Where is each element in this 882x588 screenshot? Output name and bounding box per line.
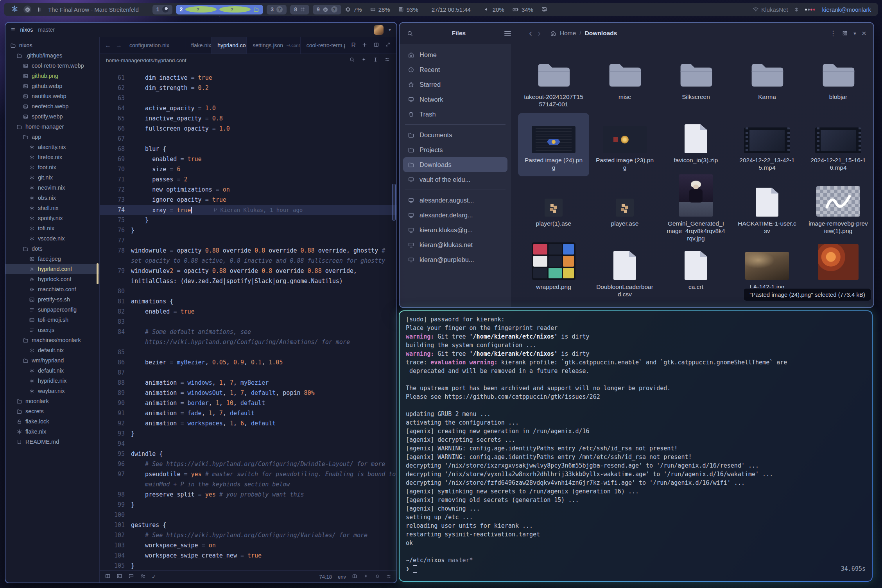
panel-scrollbar-thumb[interactable] [97, 263, 99, 284]
tree-item-neofetch.webp[interactable]: neofetch.webp [5, 101, 99, 111]
hamburger-menu-icon[interactable] [504, 30, 511, 37]
tree-item-foot.nix[interactable]: foot.nix [5, 162, 99, 172]
terminal-panel-icon[interactable] [117, 573, 122, 580]
file-item-blobjar[interactable]: blobjar [803, 50, 873, 113]
sidebar-item-alexander.defarg...[interactable]: alexander.defarg... [403, 208, 507, 222]
search-icon[interactable] [407, 30, 413, 37]
tree-item-shell.nix[interactable]: shell.nix [5, 203, 99, 213]
file-item-DoubloonLeaderboard.csv[interactable]: DoubloonLeaderboard.csv [589, 240, 660, 303]
tree-item-.github/images[interactable]: .github/images [5, 50, 99, 61]
tree-item-github.png[interactable]: github.png [5, 71, 99, 81]
sidebar-item-kieran.klukas@g...[interactable]: kieran.klukas@g... [403, 222, 507, 237]
workspace-1[interactable]: 1 [152, 5, 172, 14]
tree-item-cool-retro-term.webp[interactable]: cool-retro-term.webp [5, 61, 99, 71]
file-item-HACKATIME-1-user.csv[interactable]: HACKATIME-1-user.csv [731, 176, 803, 240]
expand-button[interactable] [385, 42, 391, 49]
app-menu-icon[interactable]: ≡ [11, 26, 15, 34]
screen-share-icon[interactable] [352, 574, 357, 580]
tree-item-spotify.nix[interactable]: spotify.nix [5, 213, 99, 223]
env-indicator[interactable]: env [338, 574, 346, 580]
file-item-2024-12-22_13-42-15.mp4[interactable]: 2024-12-22_13-42-15.mp4 [731, 113, 803, 176]
sidebar-item-Projects[interactable]: Projects [403, 142, 507, 157]
sidebar-item-Network[interactable]: Network [403, 92, 507, 107]
nav-forward-icon[interactable]: → [116, 42, 122, 49]
tree-item-hyprland.conf[interactable]: hyprland.conf [5, 264, 99, 274]
tree-item-secrets[interactable]: secrets [5, 406, 99, 416]
sidebar-item-Downloads[interactable]: Downloads [403, 157, 507, 172]
file-item-Karma[interactable]: Karma [731, 50, 803, 113]
tree-item-sunpaperconfig[interactable]: sunpaperconfig [5, 305, 99, 315]
tree-item-github.webp[interactable]: github.webp [5, 81, 99, 91]
avatar[interactable] [374, 25, 384, 35]
tree-item-macchiato.conf[interactable]: macchiato.conf [5, 284, 99, 294]
code-editor[interactable]: 61 dim_inactive = true62 dim_strength = … [100, 66, 396, 570]
diagnostics-check-icon[interactable]: ✓ [152, 574, 156, 580]
file-item-misc[interactable]: misc [589, 50, 660, 113]
tree-item-dots[interactable]: dots [5, 244, 99, 254]
back-icon[interactable]: ‹ [529, 29, 532, 38]
assistant-sparkle-button[interactable] [361, 57, 367, 64]
wifi-indicator[interactable]: KlukasNet [753, 6, 788, 13]
bluetooth-icon[interactable] [794, 7, 800, 13]
tab-flake.nix[interactable]: flake.nix [185, 37, 212, 54]
tree-item-tofi-emoji.sh[interactable]: tofi-emoji.sh [5, 315, 99, 325]
file-item-player.ase[interactable]: player.ase [589, 176, 660, 240]
tree-item-README.md[interactable]: README.md [5, 437, 99, 447]
sidebar-item-vault of the eldu...[interactable]: vault of the eldu... [403, 172, 507, 187]
chevron-down-icon[interactable]: ▾ [389, 27, 391, 32]
project-name[interactable]: nixos [20, 27, 33, 33]
clock[interactable]: 27/12 00:51:44 [432, 6, 471, 13]
tree-item-alacritty.nix[interactable]: alacritty.nix [5, 142, 99, 152]
now-playing-title[interactable]: The Final Arrow - Marc Streitenfeld [48, 6, 139, 13]
tree-item-home-manager[interactable]: home-manager [5, 122, 99, 132]
sidebar-item-Recent[interactable]: Recent [403, 62, 507, 77]
tab-hyprland.conf[interactable]: hyprland.conf [212, 37, 247, 54]
volume-indicator[interactable]: 20% [484, 6, 504, 13]
view-dropdown-icon[interactable]: ▾ [853, 30, 856, 36]
sidebar-item-kieran@purplebu...[interactable]: kieran@purplebu... [403, 252, 507, 267]
tree-item-vscode.nix[interactable]: vscode.nix [5, 233, 99, 244]
tree-item-face.jpeg[interactable]: face.jpeg [5, 254, 99, 264]
cursor-position[interactable]: 74:18 [319, 574, 332, 580]
tree-item-app[interactable]: app [5, 132, 99, 142]
breadcrumb[interactable]: home-manager/dots/hyprland.conf [106, 57, 186, 63]
file-item-Pasted image (23).png[interactable]: Pasted image (23).png [589, 113, 660, 176]
sidebar-item-kieran@klukas.net[interactable]: kieran@klukas.net [403, 237, 507, 252]
tab-cool-retro-term.png[interactable]: cool-retro-term.png [301, 37, 346, 54]
tree-item-neovim.nix[interactable]: neovim.nix [5, 183, 99, 193]
file-item-Silkscreen[interactable]: Silkscreen [660, 50, 731, 113]
workspace-8[interactable]: 8 [290, 5, 309, 14]
idle-inhibitor-icon[interactable] [541, 6, 547, 13]
collab-panel-icon[interactable] [140, 573, 146, 580]
tree-item-firefox.nix[interactable]: firefox.nix [5, 152, 99, 162]
settings-icon[interactable] [386, 574, 391, 580]
tree-item-moonlark[interactable]: moonlark [5, 396, 99, 406]
tree-item-default.nix[interactable]: default.nix [5, 366, 99, 376]
tree-item-spotify.webp[interactable]: spotify.webp [5, 111, 99, 122]
sidebar-item-alesander.august...[interactable]: alesander.august... [403, 193, 507, 208]
file-item-ca.crt[interactable]: ca.crt [660, 240, 731, 303]
tree-item-machines/moonlark[interactable]: machines/moonlark [5, 335, 99, 345]
tree-item-hypridle.nix[interactable]: hypridle.nix [5, 376, 99, 386]
tree-item-nixos[interactable]: nixos [5, 40, 99, 50]
sidebar-item-Documents[interactable]: Documents [403, 127, 507, 142]
panel-toggle-icon[interactable] [105, 573, 111, 580]
tree-item-git.nix[interactable]: git.nix [5, 172, 99, 183]
filter-sliders-button[interactable] [384, 57, 390, 64]
tab-configuration.nix[interactable]: configuration.nix [127, 37, 185, 54]
file-item-Gemini_Generated_Image_4rqv8k4rqv8k4rqv.jpg[interactable]: Gemini_Generated_Image_4rqv8k4rqv8k4rqv.… [660, 176, 731, 240]
ibeam-button[interactable] [373, 57, 378, 64]
tree-item-prettify-ss.sh[interactable]: prettify-ss.sh [5, 294, 99, 305]
workspace-2[interactable]: 2?? [176, 5, 264, 14]
scrollbar-thumb[interactable] [392, 184, 396, 220]
breadcrumb-home[interactable]: Home [560, 30, 576, 37]
tree-item-user.js[interactable]: user.js [5, 325, 99, 335]
home-icon[interactable] [550, 30, 556, 36]
tab-settings.json[interactable]: settings.json~/.config/zed [247, 37, 300, 54]
view-grid-icon[interactable] [842, 30, 848, 36]
file-item-takeout-20241207T155714Z-001[interactable]: takeout-20241207T155714Z-001 [518, 50, 589, 113]
git-branch-name[interactable]: master [38, 27, 55, 33]
kebab-menu-icon[interactable]: ⋮ [830, 29, 836, 38]
copilot-icon[interactable] [363, 574, 369, 580]
search-button[interactable] [349, 57, 355, 64]
